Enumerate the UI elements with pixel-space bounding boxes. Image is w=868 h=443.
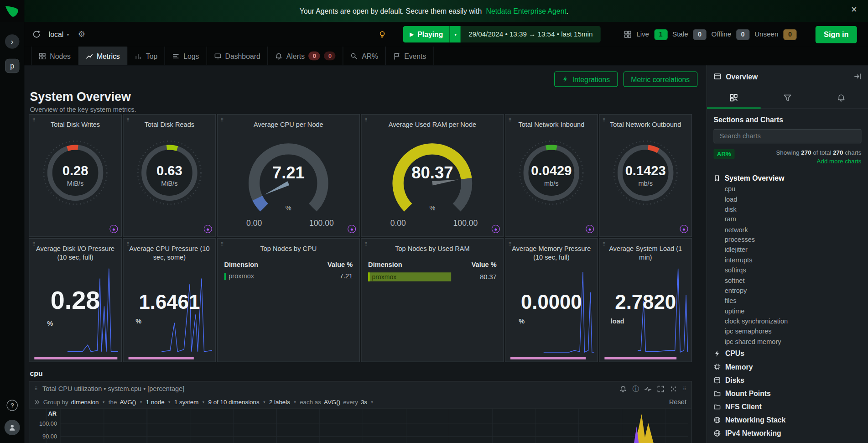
- expand-sidebar-button[interactable]: ›: [5, 34, 20, 49]
- collapse-sidebar-icon[interactable]: [854, 73, 862, 80]
- search-input[interactable]: [718, 132, 856, 141]
- chart-card-cpu-pressure[interactable]: ⠿ Average CPU Pressure (10 sec, some) 1.…: [123, 238, 216, 362]
- anomaly-icon[interactable]: ♠: [348, 225, 356, 233]
- user-avatar[interactable]: [5, 420, 20, 435]
- drag-handle-icon[interactable]: ⠿: [126, 117, 130, 123]
- sidebar-item-entropy[interactable]: entropy: [707, 286, 868, 296]
- sidebar-tab-charts[interactable]: [707, 88, 761, 108]
- sidebar-item-cpu[interactable]: cpu: [707, 184, 868, 194]
- sidebar-item-softirqs[interactable]: softirqs: [707, 265, 868, 275]
- chart-card-disk-io-pressure[interactable]: ⠿ Average Disk I/O Pressure (10 sec, ful…: [29, 238, 122, 362]
- chart-card-average-ram[interactable]: ⠿ Average Used RAM per Node 80.37 % 0.00…: [361, 114, 504, 237]
- chart-card-top-nodes-cpu[interactable]: ⠿ Top Nodes by CPU Dimension Value % pro…: [217, 238, 360, 362]
- status-stale-badge[interactable]: 0: [693, 29, 707, 40]
- chart-card-system-load[interactable]: ⠿ Average System Load (1 min) 2.7820 loa…: [599, 238, 692, 362]
- tab-alerts[interactable]: Alerts 0 0: [268, 47, 343, 65]
- drag-handle-icon[interactable]: ⠿: [32, 117, 36, 123]
- chart-card-top-nodes-ram[interactable]: ⠿ Top Nodes by Used RAM Dimension Value …: [361, 238, 504, 362]
- help-button[interactable]: ?: [7, 400, 18, 411]
- filter-labels[interactable]: 2 labels: [269, 399, 290, 406]
- sidebar-item-ipc-shared-memory[interactable]: ipc shared memory: [707, 336, 868, 346]
- drag-handle-icon[interactable]: ⠿: [126, 241, 130, 247]
- tab-nodes[interactable]: Nodes: [31, 47, 78, 65]
- bell-icon[interactable]: [620, 385, 627, 392]
- anomaly-icon[interactable]: ♠: [586, 225, 594, 233]
- drag-handle-icon[interactable]: ⠿: [220, 117, 224, 123]
- filter-group-by[interactable]: dimension: [71, 399, 99, 406]
- status-offline-badge[interactable]: 0: [736, 29, 749, 40]
- add-more-charts-link[interactable]: Add more charts: [776, 158, 861, 165]
- drag-handle-icon[interactable]: ⠿: [364, 117, 368, 123]
- drag-handle-icon[interactable]: ⠿: [364, 241, 368, 247]
- chart-card-total-disk-reads[interactable]: ⠿ Total Disk Reads 0.63 MiB/s ♠: [123, 114, 216, 237]
- drag-handle-icon[interactable]: ⠿: [32, 241, 36, 247]
- sidebar-item-idlejitter[interactable]: idlejitter: [707, 245, 868, 255]
- date-range-picker[interactable]: 29/04/2024 • 13:39 → 13:54 • last 15min: [461, 26, 600, 42]
- play-button[interactable]: ▶ Playing: [403, 26, 450, 42]
- drag-handle-icon[interactable]: ⠿: [220, 241, 224, 247]
- sidebar-section-networking-stack[interactable]: Networking Stack: [707, 413, 868, 426]
- filter-aggregation[interactable]: AVG(): [120, 399, 136, 406]
- workspace-button[interactable]: p: [5, 59, 20, 73]
- anomalies-pulse-icon[interactable]: [645, 385, 652, 392]
- sidebar-item-disk[interactable]: disk: [707, 204, 868, 214]
- anomaly-icon[interactable]: ♠: [109, 225, 118, 233]
- sidebar-item-clock-synchronization[interactable]: clock synchronization: [707, 316, 868, 326]
- sidebar-item-load[interactable]: load: [707, 194, 868, 204]
- sidebar-tab-filters[interactable]: [761, 88, 815, 108]
- sidebar-item-ram[interactable]: ram: [707, 214, 868, 224]
- cpu-chart-plot[interactable]: AR 100.00 90.00: [29, 408, 691, 443]
- tab-dashboard[interactable]: Dashboard: [207, 47, 268, 65]
- chart-card-memory-pressure[interactable]: ⠿ Average Memory Pressure (10 sec, full)…: [505, 238, 598, 362]
- tab-logs[interactable]: Logs: [165, 47, 207, 65]
- cpu-chart-container[interactable]: ⠿ Total CPU utilization • system.cpu • […: [29, 381, 692, 443]
- chart-card-average-cpu[interactable]: ⠿ Average CPU per Node 7.21 % 0.00 100.0…: [217, 114, 360, 237]
- sidebar-item-processes[interactable]: processes: [707, 235, 868, 245]
- sidebar-section-disks[interactable]: Disks: [707, 373, 868, 386]
- enterprise-agent-link[interactable]: Netdata Enterprise Agent: [486, 7, 566, 15]
- sidebar-item-uptime[interactable]: uptime: [707, 306, 868, 316]
- drag-handle-icon[interactable]: ⠿: [508, 241, 512, 247]
- integrations-button[interactable]: Integrations: [554, 72, 618, 87]
- drag-handle-icon[interactable]: ⠿: [603, 241, 606, 247]
- sign-in-button[interactable]: Sign in: [816, 26, 857, 43]
- refresh-icon[interactable]: [32, 30, 41, 39]
- tab-ar[interactable]: AR%: [343, 47, 386, 65]
- status-unseen-badge[interactable]: 0: [783, 29, 796, 40]
- sidebar-section-memory[interactable]: Memory: [707, 360, 868, 373]
- sidebar-section-nfs-client[interactable]: NFS Client: [707, 400, 868, 413]
- status-live-badge[interactable]: 1: [654, 29, 667, 40]
- chart-card-network-outbound[interactable]: ⠿ Total Network Outbound 0.1423 mb/s ♠: [599, 114, 692, 237]
- sidebar-section-cpus[interactable]: CPUs: [707, 347, 868, 360]
- sidebar-item-interrupts[interactable]: interrupts: [707, 255, 868, 265]
- chart-settings-icon[interactable]: [670, 385, 677, 392]
- table-row[interactable]: proxmox 7.21: [224, 272, 353, 280]
- anomaly-icon[interactable]: ♠: [204, 225, 212, 233]
- gear-icon[interactable]: ⚙: [78, 29, 85, 39]
- sidebar-item-softnet[interactable]: softnet: [707, 276, 868, 286]
- anomaly-icon[interactable]: ♠: [680, 225, 688, 233]
- filter-systems[interactable]: 1 system: [174, 399, 198, 406]
- tab-events[interactable]: Events: [386, 47, 434, 65]
- sidebar-tab-alerts[interactable]: [814, 88, 868, 108]
- drag-handle-icon[interactable]: ⠿: [508, 117, 512, 123]
- table-row[interactable]: proxmox 80.37: [368, 272, 497, 281]
- info-icon[interactable]: ⓘ: [633, 384, 639, 394]
- collapse-filters-icon[interactable]: [34, 399, 40, 405]
- anomaly-icon[interactable]: ♠: [492, 225, 500, 233]
- ar-badge[interactable]: AR%: [713, 149, 734, 159]
- sidebar-section-ipv4-networking[interactable]: IPv4 Networking: [707, 427, 868, 440]
- filter-nodes[interactable]: 1 node: [146, 399, 165, 406]
- node-select[interactable]: local ▾: [46, 30, 73, 39]
- sidebar-item-ipc-semaphores[interactable]: ipc semaphores: [707, 326, 868, 336]
- filter-dimensions[interactable]: 9 of 10 dimensions: [208, 399, 260, 406]
- sidebar-item-files[interactable]: files: [707, 296, 868, 306]
- close-icon[interactable]: ×: [848, 4, 860, 15]
- chart-card-network-inbound[interactable]: ⠿ Total Network Inbound 0.0429 mb/s ♠: [505, 114, 598, 237]
- drag-handle-icon[interactable]: ⠿: [34, 386, 38, 391]
- sidebar-item-network[interactable]: network: [707, 224, 868, 235]
- drag-handle-icon[interactable]: ⠿: [603, 117, 606, 123]
- play-dropdown[interactable]: ▾: [450, 26, 461, 42]
- netdata-logo[interactable]: [0, 0, 24, 22]
- drag-handle-icon[interactable]: ⠿: [683, 386, 686, 391]
